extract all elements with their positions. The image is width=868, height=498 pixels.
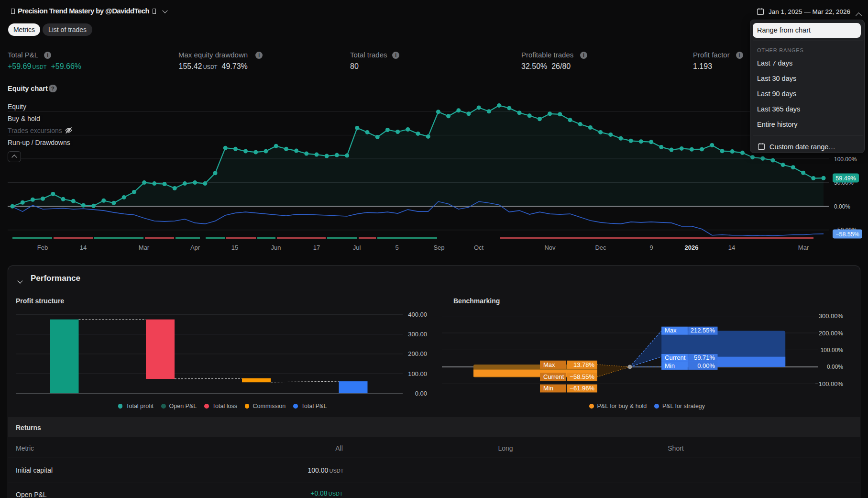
svg-text:17: 17 <box>313 244 320 251</box>
svg-text:Min: Min <box>665 362 675 369</box>
svg-text:−100.00%: −100.00% <box>815 380 843 387</box>
svg-text:400.00: 400.00 <box>408 311 427 318</box>
svg-text:Current: Current <box>665 354 686 361</box>
svg-text:Current: Current <box>543 373 564 380</box>
svg-text:14: 14 <box>728 244 735 251</box>
svg-text:300.00: 300.00 <box>408 331 427 338</box>
svg-text:Mar: Mar <box>798 244 809 251</box>
svg-text:−58.55%: −58.55% <box>835 231 859 238</box>
svg-text:59.71%: 59.71% <box>694 354 715 361</box>
svg-text:Min: Min <box>543 385 553 392</box>
svg-text:13.78%: 13.78% <box>573 361 595 368</box>
svg-text:Nov: Nov <box>544 244 556 251</box>
svg-text:100.00%: 100.00% <box>834 156 857 163</box>
svg-text:9: 9 <box>649 244 653 251</box>
svg-text:Max: Max <box>665 327 677 334</box>
svg-text:−58.55%: −58.55% <box>570 373 594 380</box>
svg-text:2026: 2026 <box>685 244 699 251</box>
svg-text:Feb: Feb <box>37 244 48 251</box>
svg-text:Mar: Mar <box>139 244 150 251</box>
svg-text:Max: Max <box>543 361 555 368</box>
svg-text:14: 14 <box>80 244 87 251</box>
svg-text:Dec: Dec <box>595 244 606 251</box>
svg-text:212.55%: 212.55% <box>691 327 715 334</box>
svg-text:0.00: 0.00 <box>415 390 427 397</box>
svg-text:59.49%: 59.49% <box>835 175 856 182</box>
svg-text:Apr: Apr <box>190 244 200 251</box>
svg-text:200.00%: 200.00% <box>819 330 844 337</box>
svg-text:−61.96%: −61.96% <box>570 385 594 392</box>
svg-text:Jun: Jun <box>271 244 281 251</box>
svg-text:0.00%: 0.00% <box>697 362 715 369</box>
svg-text:Jul: Jul <box>353 244 361 251</box>
svg-text:200.00: 200.00 <box>408 350 427 357</box>
svg-text:0.00%: 0.00% <box>827 364 843 370</box>
svg-text:Sep: Sep <box>433 244 444 251</box>
svg-text:Oct: Oct <box>474 244 484 251</box>
svg-text:5: 5 <box>395 244 398 251</box>
svg-text:300.00%: 300.00% <box>819 312 844 320</box>
svg-text:100.00: 100.00 <box>408 370 427 377</box>
svg-text:0.00%: 0.00% <box>834 203 850 210</box>
svg-text:100.00%: 100.00% <box>821 347 844 354</box>
svg-text:15: 15 <box>231 244 238 251</box>
